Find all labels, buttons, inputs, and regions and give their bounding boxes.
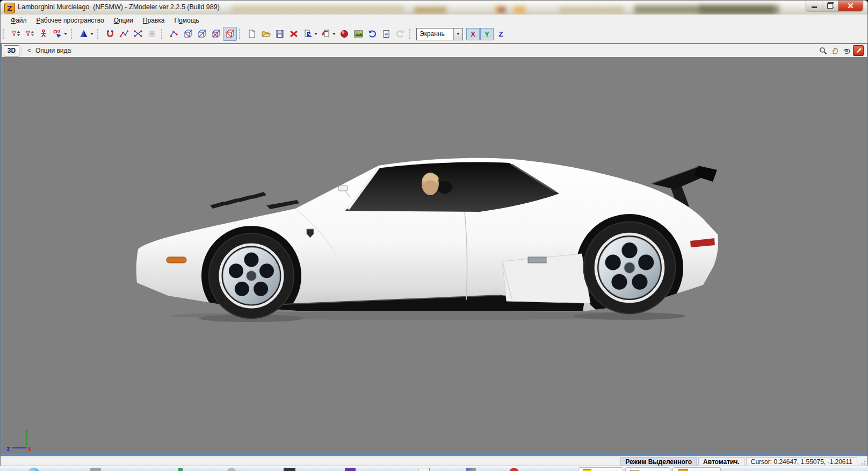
select-quad-button[interactable] (9, 27, 23, 41)
undo-icon (367, 29, 377, 39)
magnet-icon (105, 29, 115, 39)
cube-view-1-button[interactable] (181, 27, 195, 41)
combobox-arrow-button[interactable] (453, 28, 462, 40)
dropdown-arrow-icon[interactable] (64, 33, 67, 35)
weld-button[interactable] (131, 27, 145, 41)
resize-grip[interactable] (859, 458, 866, 466)
cube-view-2-button[interactable] (195, 27, 209, 41)
start-orb[interactable] (28, 468, 40, 471)
viewport-3d[interactable]: y z x (2, 57, 867, 454)
cone-primitive-button[interactable] (77, 27, 91, 41)
taskbar (0, 466, 868, 471)
new-file-button[interactable] (245, 27, 259, 41)
delete-icon (289, 29, 299, 39)
axis-y-label: y (25, 429, 28, 435)
snap-grid-icon (147, 29, 157, 39)
menu-help[interactable]: Помощь (169, 16, 204, 25)
snap-grid-button[interactable] (145, 27, 159, 41)
collapse-panel-button[interactable]: < (27, 47, 31, 54)
zoom-tool-button[interactable] (818, 45, 828, 56)
toolbar-grip[interactable] (161, 28, 165, 39)
divider (21, 46, 22, 55)
pan-hand-icon (831, 47, 839, 55)
taskbar-item[interactable] (345, 468, 356, 471)
log-icon (381, 29, 391, 39)
restore-button[interactable] (822, 1, 838, 11)
view-mode-combobox[interactable]: Экраннь (416, 28, 463, 40)
toolbar-grip[interactable] (3, 28, 7, 39)
texture-image-button[interactable] (351, 27, 365, 41)
taskbar-button[interactable] (672, 467, 721, 471)
skeleton-button[interactable] (37, 27, 50, 41)
taskbar-item[interactable] (90, 468, 101, 471)
undo-button[interactable] (365, 27, 379, 41)
client-area: 3D < Опции вида (1, 43, 868, 456)
axis-x-toggle[interactable]: X (466, 28, 480, 40)
minimize-button[interactable] (806, 1, 822, 11)
orbit-icon (843, 47, 851, 55)
front-side-marker (167, 257, 186, 263)
status-auto[interactable]: Автоматич. (698, 457, 744, 466)
skeleton-icon (39, 29, 48, 39)
dropdown-arrow-icon[interactable] (90, 33, 93, 35)
cube-view-3-button[interactable] (209, 27, 223, 41)
log-button[interactable] (379, 27, 393, 41)
status-mode[interactable]: Режим Выделенного (620, 457, 697, 466)
taskbar-button[interactable] (625, 467, 670, 471)
magnet-button[interactable] (103, 27, 117, 41)
taskbar-button[interactable] (578, 467, 623, 471)
export-button[interactable] (319, 27, 333, 41)
window-title: Lamborghini Murcielago (NFSMW) - ZModele… (18, 3, 220, 11)
bone-tools-button[interactable] (50, 27, 64, 41)
taskbar-item[interactable] (466, 468, 476, 471)
save-button[interactable] (273, 27, 287, 41)
redo-icon (395, 29, 405, 39)
redo-button[interactable] (393, 27, 407, 41)
taskbar-item[interactable] (227, 468, 236, 471)
toolbar-grip[interactable] (239, 28, 243, 39)
delete-button[interactable] (287, 27, 301, 41)
axis-y-toggle[interactable]: Y (480, 28, 494, 40)
texture-image-icon (353, 29, 364, 39)
cone-primitive-icon (79, 29, 89, 39)
toolbar-grip[interactable] (71, 28, 75, 39)
cube-view-active-button[interactable] (223, 27, 237, 41)
maximize-view-button[interactable] (853, 45, 864, 56)
chevron-down-icon (457, 33, 460, 35)
toolbar-grip[interactable] (409, 28, 414, 39)
dropdown-arrow-icon[interactable] (314, 33, 317, 35)
restore-icon (827, 3, 833, 9)
material-sphere-button[interactable] (337, 27, 351, 41)
menu-file[interactable]: Файл (6, 16, 32, 25)
close-button[interactable] (838, 1, 863, 11)
dropdown-arrow-icon[interactable] (332, 33, 336, 35)
view-mode-3d-button[interactable]: 3D (4, 45, 19, 56)
open-folder-button[interactable] (259, 27, 273, 41)
taskbar-item[interactable] (284, 468, 295, 471)
view-options-label[interactable]: Опции вида (35, 47, 71, 54)
bone-tools-icon (53, 29, 62, 39)
menu-workspace[interactable]: Рабочее пространство (32, 16, 109, 25)
save-icon (275, 29, 285, 39)
orbit-tool-button[interactable] (841, 45, 852, 56)
taskbar-item[interactable] (178, 468, 183, 471)
vertex-edit-button[interactable] (117, 27, 131, 41)
axis-indicator: y z x (5, 429, 38, 453)
app-icon[interactable]: Z (4, 3, 15, 13)
spline-button[interactable] (167, 27, 181, 41)
cube-view-active-icon (225, 29, 235, 39)
menu-edit[interactable]: Правка (138, 16, 170, 25)
import-button[interactable] (301, 27, 315, 41)
toolbar-grip[interactable] (97, 28, 102, 39)
weld-icon (133, 29, 143, 39)
axis-z-label: z (6, 445, 10, 452)
toolbar: Экраннь X Y Z (1, 26, 867, 42)
new-file-icon (247, 29, 257, 39)
axis-z-toggle[interactable]: Z (494, 28, 508, 40)
pan-tool-button[interactable] (829, 45, 840, 56)
menu-options[interactable]: Опции (109, 16, 138, 25)
zmodeler-window: Z Lamborghini Murcielago (NFSMW) - ZMode… (0, 0, 868, 466)
select-lasso-button[interactable] (23, 27, 37, 41)
taskbar-item[interactable] (418, 468, 430, 471)
taskbar-item[interactable] (509, 468, 519, 471)
